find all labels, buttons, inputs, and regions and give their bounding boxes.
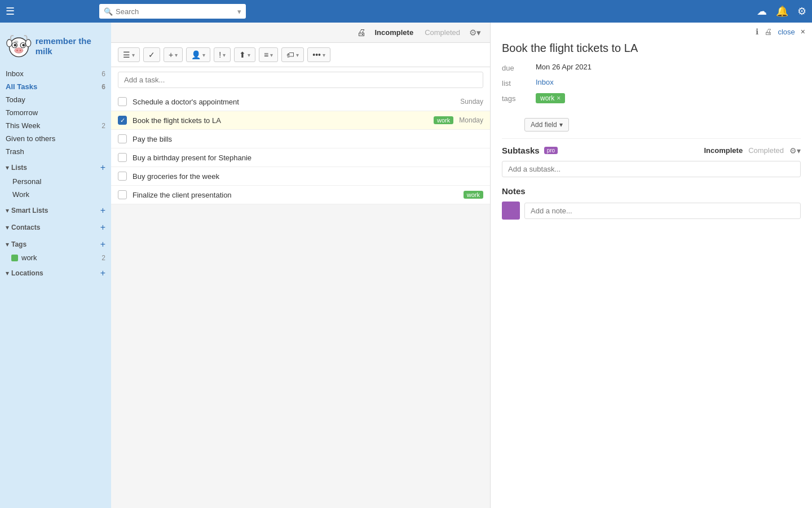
add-field-caret-icon: ▾ — [559, 121, 563, 129]
tags-add-icon[interactable]: + — [100, 239, 105, 249]
task-toolbar: ☰ ▾ ✓ + ▾ 👤 ▾ ! ▾ ⬆ ▾ ≡ — [111, 43, 490, 67]
notes-section: Notes — [491, 186, 812, 220]
svg-point-8 — [7, 40, 12, 47]
task-item[interactable]: Book the flight tickets to LA work Monda… — [111, 111, 490, 130]
close-link[interactable]: close — [778, 28, 795, 36]
priority-button[interactable]: ! ▾ — [214, 47, 231, 62]
locations-add-icon[interactable]: + — [100, 268, 105, 278]
lists-add-icon[interactable]: + — [100, 163, 105, 173]
sidebar-item-given-to-others[interactable]: Given to others — [0, 132, 111, 145]
subtask-completed-tab[interactable]: Completed — [748, 146, 784, 155]
sidebar-tag-work[interactable]: work 2 — [0, 252, 111, 264]
svg-point-4 — [22, 44, 25, 47]
list-view-icon: ≡ — [264, 50, 268, 59]
locations-group-header[interactable]: ▾ Locations + — [0, 264, 111, 281]
list-view-button[interactable]: ≡ ▾ — [259, 47, 278, 62]
detail-panel: ℹ 🖨 close × Book the flight tickets to L… — [491, 23, 812, 508]
person-icon: 👤 — [191, 50, 201, 59]
sidebar-item-personal[interactable]: Personal — [0, 175, 111, 188]
menu-icon[interactable]: ☰ — [6, 5, 15, 17]
cloud-icon[interactable]: ☁ — [757, 5, 767, 17]
add-task-input[interactable] — [118, 72, 483, 88]
detail-fields: due Mon 26 Apr 2021 list Inbox tags work… — [491, 63, 812, 118]
logo-area: remember the milk — [0, 23, 111, 67]
completed-tab[interactable]: Completed — [422, 27, 462, 38]
task-item[interactable]: Buy groceries for the week — [111, 167, 490, 186]
topbar: ☰ 🔍 ▾ ☁ 🔔 ⚙ — [0, 0, 812, 23]
move-caret-icon: ▾ — [248, 52, 250, 58]
detail-info-icon[interactable]: ℹ — [756, 27, 758, 36]
add-icon: + — [169, 50, 173, 59]
more-button[interactable]: ••• ▾ — [307, 47, 330, 62]
task-checkbox-4[interactable] — [118, 153, 127, 162]
subtask-incomplete-tab[interactable]: Incomplete — [704, 146, 743, 155]
detail-divider — [502, 138, 801, 139]
sidebar-item-today[interactable]: Today — [0, 93, 111, 106]
task-date: Monday — [459, 116, 483, 124]
task-checkbox-6[interactable] — [118, 190, 127, 199]
incomplete-tab[interactable]: Incomplete — [373, 27, 416, 38]
task-checkbox-1[interactable] — [118, 97, 127, 106]
task-header-gear-icon[interactable]: ⚙▾ — [469, 28, 481, 38]
search-input[interactable] — [116, 7, 235, 16]
tags-field-row: tags work × — [502, 93, 801, 103]
task-checkbox-3[interactable] — [118, 134, 127, 143]
smart-lists-toggle-icon: ▾ — [6, 207, 9, 214]
task-item[interactable]: Pay the bills — [111, 130, 490, 148]
search-bar[interactable]: 🔍 ▾ — [99, 4, 246, 19]
select-button[interactable]: ☰ ▾ — [118, 47, 140, 62]
list-value[interactable]: Inbox — [536, 78, 554, 86]
list-label: list — [502, 78, 536, 87]
detail-tag-work[interactable]: work × — [536, 93, 565, 103]
search-dropdown-icon[interactable]: ▾ — [237, 7, 241, 16]
list-field-row: list Inbox — [502, 78, 801, 87]
task-item[interactable]: Finalize the client presentation work — [111, 186, 490, 204]
detail-print-icon[interactable]: 🖨 — [764, 27, 772, 36]
subtask-gear-icon[interactable]: ⚙▾ — [789, 146, 801, 155]
tag-remove-icon[interactable]: × — [557, 94, 561, 102]
print-icon[interactable]: 🖨 — [357, 28, 366, 38]
sidebar-item-inbox[interactable]: Inbox 6 — [0, 67, 111, 80]
smart-lists-group-header[interactable]: ▾ Smart Lists + — [0, 201, 111, 218]
svg-point-3 — [14, 44, 16, 47]
task-name: Pay the bills — [133, 135, 483, 143]
sidebar-item-trash[interactable]: Trash — [0, 145, 111, 158]
notes-add-row — [502, 202, 801, 220]
bell-icon[interactable]: 🔔 — [776, 5, 788, 17]
lists-toggle-icon: ▾ — [6, 164, 9, 172]
task-status-tabs: 🖨 Incomplete Completed ⚙▾ — [357, 27, 482, 38]
checkmark-icon: ✓ — [148, 50, 155, 59]
task-name: Finalize the client presentation — [133, 191, 460, 199]
sidebar-item-this-week[interactable]: This Week 2 — [0, 119, 111, 132]
add-field-button[interactable]: Add field ▾ — [524, 118, 569, 132]
add-button[interactable]: + ▾ — [164, 47, 183, 62]
assign-button[interactable]: 👤 ▾ — [186, 47, 210, 62]
tag-button[interactable]: 🏷 ▾ — [281, 47, 304, 62]
settings-icon[interactable]: ⚙ — [797, 5, 806, 17]
task-item[interactable]: Schedule a doctor's appointment Sunday — [111, 93, 490, 111]
tags-group-header[interactable]: ▾ Tags + — [0, 235, 111, 252]
smart-lists-add-icon[interactable]: + — [100, 205, 105, 216]
sidebar-item-work[interactable]: Work — [0, 188, 111, 201]
add-note-input[interactable] — [524, 203, 801, 219]
sidebar-item-all-tasks[interactable]: All Tasks 6 — [0, 80, 111, 93]
lists-group-header[interactable]: ▾ Lists + — [0, 158, 111, 175]
task-checkbox-5[interactable] — [118, 172, 127, 181]
task-item[interactable]: Buy a birthday present for Stephanie — [111, 148, 490, 167]
logo-cow-icon — [6, 30, 32, 62]
close-icon[interactable]: × — [801, 27, 805, 36]
add-subtask-input[interactable] — [502, 161, 801, 177]
move-button[interactable]: ⬆ ▾ — [234, 47, 255, 62]
tags-label: tags — [502, 93, 536, 103]
task-area-header: 🖨 Incomplete Completed ⚙▾ — [111, 23, 490, 43]
locations-toggle-icon: ▾ — [6, 269, 9, 277]
complete-button[interactable]: ✓ — [143, 47, 160, 62]
task-checkbox-2[interactable] — [118, 116, 127, 125]
due-value[interactable]: Mon 26 Apr 2021 — [536, 63, 592, 71]
sidebar-item-tomorrow[interactable]: Tomorrow — [0, 106, 111, 119]
contacts-add-icon[interactable]: + — [100, 222, 105, 233]
task-tag: work — [464, 191, 483, 199]
subtasks-header: Subtasks pro Incomplete Completed ⚙▾ — [491, 146, 812, 161]
task-area: 🖨 Incomplete Completed ⚙▾ ☰ ▾ ✓ + ▾ 👤 ▾ — [111, 23, 491, 508]
contacts-group-header[interactable]: ▾ Contacts + — [0, 218, 111, 235]
